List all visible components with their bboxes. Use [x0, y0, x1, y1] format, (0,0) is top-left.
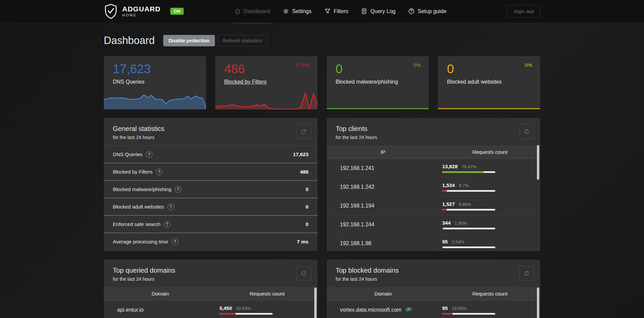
- client-percent: 0.54%: [452, 239, 464, 244]
- dns-queries-sparkline: [104, 91, 206, 109]
- help-icon[interactable]: ?: [146, 151, 152, 158]
- nav-item-setup-guide[interactable]: Setup guide: [408, 0, 446, 22]
- client-ip[interactable]: 192.168.1.242: [340, 184, 374, 190]
- column-header-ip: IP: [327, 149, 440, 155]
- client-percent: 8.7%: [459, 183, 469, 188]
- sign-out-button[interactable]: Sign out: [507, 5, 540, 17]
- nav-label: Setup guide: [418, 8, 446, 14]
- domain-count: 95: [442, 305, 448, 311]
- top-blocked-title: Top blocked domains: [336, 267, 532, 274]
- progress-bar: [442, 209, 495, 211]
- blocked-filters-link[interactable]: Blocked by Filters: [224, 79, 267, 85]
- stats-row: Average processing time? 7 ms: [104, 233, 318, 250]
- general-statistics-title: General statistics: [113, 125, 309, 133]
- domain-row: vortex.data.microsoft.com 9519.55%: [327, 301, 541, 318]
- nav-item-dashboard[interactable]: Dashboard: [234, 0, 270, 22]
- client-ip[interactable]: 192.168.1.241: [340, 165, 374, 171]
- client-percent: 8.66%: [459, 202, 471, 207]
- eye-off-icon[interactable]: [405, 306, 412, 314]
- progress-bar: [442, 246, 495, 248]
- top-blocked-table-header: Domain Requests count: [327, 287, 541, 301]
- progress-bar: [220, 313, 273, 315]
- card-blocked-malware: 0 Blocked malware/phishing 0%: [327, 56, 429, 109]
- top-queried-title: Top queried domains: [113, 267, 309, 274]
- dns-queries-label: DNS Queries: [113, 79, 144, 85]
- stats-row-value: 17,623: [293, 151, 309, 157]
- client-ip[interactable]: 192.168.1.194: [340, 203, 374, 209]
- brand-title: ADGUARD: [122, 5, 160, 12]
- stats-row-label: Enforced safe search: [113, 221, 160, 227]
- card-blocked-filters: 486 Blocked by Filters 2.76%: [215, 56, 318, 109]
- stat-cards: 17,623 DNS Queries 486 Blocked by Filter…: [104, 56, 540, 109]
- funnel-icon: [324, 8, 331, 14]
- general-statistics-refresh-button[interactable]: [296, 124, 311, 139]
- top-queried-refresh-button[interactable]: [296, 266, 311, 281]
- blocked-adult-percent: 0%: [525, 62, 532, 68]
- scrollbar-thumb[interactable]: [314, 287, 317, 318]
- refresh-icon: [301, 271, 307, 276]
- top-clients-title: Top clients: [336, 125, 532, 133]
- blocked-malware-sparkline: [327, 93, 429, 109]
- domain-count: 5,450: [220, 305, 232, 311]
- column-header-requests: Requests count: [440, 291, 540, 297]
- top-blocked-subtitle: for the last 24 hours: [336, 276, 532, 282]
- refresh-icon: [524, 129, 530, 135]
- top-nav: ADGUARD HOME ON Dashboard Settings: [0, 0, 644, 22]
- general-statistics-panel: General statistics for the last 24 hours…: [104, 118, 318, 251]
- column-header-requests: Requests count: [440, 149, 540, 155]
- stats-row: Blocked adult websites? 0: [104, 198, 318, 215]
- blocked-filters-value: 486: [224, 62, 245, 76]
- client-ip[interactable]: 192.168.1.98: [340, 240, 371, 246]
- blocked-malware-percent: 0%: [414, 62, 421, 68]
- help-icon[interactable]: ?: [164, 221, 171, 228]
- gear-icon: [283, 8, 289, 14]
- stats-row-value: 0: [306, 204, 308, 210]
- stats-row-label: Blocked adult websites: [113, 204, 164, 210]
- nav-menu: Dashboard Settings Filters: [214, 0, 447, 22]
- domain-row: api.entur.io 5,45030.93%: [104, 301, 318, 318]
- stats-row: Blocked malware/phishing? 0: [104, 180, 318, 198]
- top-blocked-refresh-button[interactable]: [519, 266, 534, 281]
- question-circle-icon: [408, 8, 415, 14]
- top-clients-table: 192.168.1.241 13,82878.47% 192.168.1.242…: [327, 159, 541, 251]
- top-clients-refresh-button[interactable]: [519, 124, 534, 139]
- nav-item-settings[interactable]: Settings: [283, 0, 312, 22]
- client-percent: 78.47%: [462, 164, 476, 169]
- domain-percent: 30.93%: [236, 306, 251, 311]
- stats-row-label: DNS Queries: [113, 151, 142, 157]
- dns-queries-value: 17,623: [113, 62, 151, 76]
- blocked-domain[interactable]: vortex.data.microsoft.com: [340, 307, 402, 313]
- help-icon[interactable]: ?: [172, 238, 178, 245]
- stats-row-value: 0: [306, 186, 308, 192]
- column-header-requests: Requests count: [217, 291, 318, 297]
- client-count: 13,828: [442, 164, 458, 169]
- top-clients-panel: Top clients for the last 24 hours IP Req…: [327, 118, 541, 251]
- refresh-statistics-button[interactable]: Refresh statistics: [218, 35, 268, 46]
- client-row: 192.168.1.242 1,5348.7%: [327, 178, 541, 196]
- queried-domain[interactable]: api.entur.io: [117, 307, 143, 313]
- stats-row: Blocked by Filters? 486: [104, 163, 318, 180]
- progress-bar: [442, 228, 495, 229]
- nav-item-filters[interactable]: Filters: [324, 0, 349, 22]
- blocked-malware-label: Blocked malware/phishing: [336, 79, 398, 85]
- client-count: 1,534: [442, 182, 455, 188]
- client-ip[interactable]: 192.168.1.244: [340, 222, 374, 228]
- help-icon[interactable]: ?: [156, 169, 163, 175]
- protection-status-badge: ON: [170, 8, 184, 15]
- brand-subtitle: HOME: [122, 13, 160, 17]
- refresh-icon: [301, 129, 307, 135]
- disable-protection-button[interactable]: Disable protection: [163, 35, 215, 46]
- page-header: Dashboard Disable protection Refresh sta…: [104, 35, 540, 47]
- stats-row-label: Blocked by Filters: [113, 169, 152, 175]
- client-row: 192.168.1.194 1,5278.66%: [327, 196, 541, 215]
- scrollbar-thumb[interactable]: [537, 287, 539, 318]
- progress-bar: [442, 190, 495, 192]
- adguard-logo: ADGUARD HOME ON: [104, 4, 184, 19]
- help-icon[interactable]: ?: [175, 186, 181, 193]
- nav-label: Query Log: [370, 8, 396, 14]
- client-count: 1,527: [442, 201, 455, 207]
- nav-item-query-log[interactable]: Query Log: [361, 0, 396, 22]
- scrollbar-thumb[interactable]: [537, 145, 539, 180]
- card-blocked-adult: 0 Blocked adult websites 0%: [438, 56, 540, 109]
- help-icon[interactable]: ?: [168, 203, 174, 210]
